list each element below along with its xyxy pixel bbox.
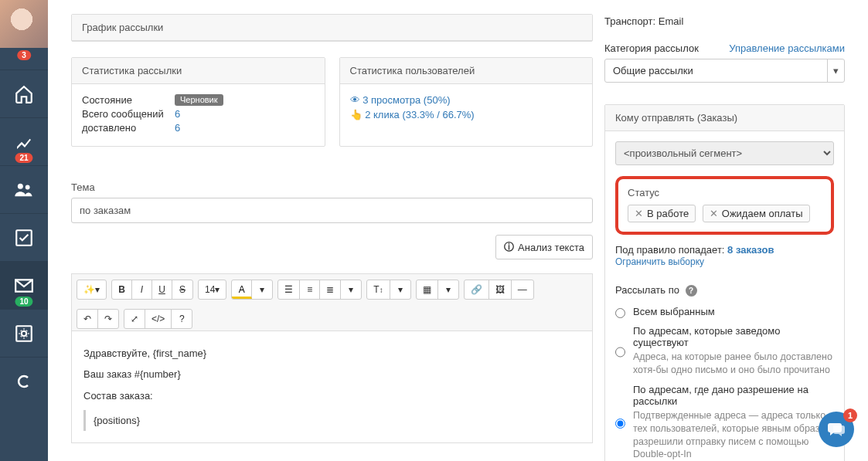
sidebar: 3 21 10 <box>0 0 48 461</box>
link-button[interactable]: 🔗 <box>465 280 489 299</box>
userstats-title: Статистика пользователей <box>340 58 593 84</box>
editor-order-line: Ваш заказ #{number} <box>83 364 580 385</box>
remove-tag-icon[interactable]: ✕ <box>710 208 718 219</box>
schedule-title: График рассылки <box>72 15 592 41</box>
svg-point-1 <box>26 185 30 189</box>
match-count-link[interactable]: 8 заказов <box>727 244 774 256</box>
radio-existing-desc: Адреса, на которые ранее было доставлено… <box>633 351 834 377</box>
sidebar-reports[interactable]: 21 <box>0 117 48 165</box>
table-more[interactable]: ▾ <box>438 280 458 299</box>
status-tag-1[interactable]: ✕В работе <box>628 205 696 222</box>
editor-greeting: Здравствуйте, {first_name} <box>83 343 580 364</box>
mail-badge: 10 <box>15 297 32 307</box>
fullscreen-button[interactable]: ⤢ <box>124 310 145 328</box>
delivered-value[interactable]: 6 <box>175 122 180 134</box>
help-button[interactable]: ? <box>172 310 192 328</box>
bold-button[interactable]: B <box>112 280 132 299</box>
sidebar-tasks[interactable] <box>0 213 48 261</box>
format-more[interactable]: ▾ <box>390 280 410 299</box>
mail-icon <box>14 276 34 296</box>
total-value[interactable]: 6 <box>175 108 180 120</box>
schedule-panel: График рассылки <box>71 14 593 42</box>
format-button[interactable]: T↕ <box>367 280 390 299</box>
ol-button[interactable]: ≡ <box>300 280 320 299</box>
subject-group: Тема <box>71 181 593 223</box>
radio-existing-input[interactable] <box>615 327 625 377</box>
gear-box-icon <box>14 324 34 344</box>
chat-icon <box>827 420 846 439</box>
userstats-panel: Статистика пользователей 👁 3 просмотра (… <box>339 57 594 147</box>
category-value: Общие рассылки <box>605 59 827 82</box>
ul-button[interactable]: ☰ <box>278 280 300 299</box>
undo-button[interactable]: ↶ <box>77 310 98 328</box>
editor-toolbar: ✨▾ BIUS 14▾ A▾ ☰≡≣▾ T↕▾ ▦▾ 🔗🖼— ↶↷ ⤢</>? <box>71 273 593 331</box>
underline-button[interactable]: U <box>152 280 172 299</box>
state-label: Состояние <box>82 94 175 106</box>
clicks-link[interactable]: 2 клика (33.3% / 66.7%) <box>365 109 475 120</box>
manage-categories-link[interactable]: Управление рассылками <box>729 42 845 54</box>
category-label: Категория рассылок <box>604 42 699 54</box>
limit-selection-link[interactable]: Ограничить выборку <box>615 256 704 267</box>
code-button[interactable]: </> <box>145 310 172 328</box>
radio-optin-desc: Подтвержденные адреса — адреса только те… <box>633 409 834 461</box>
hr-button[interactable]: — <box>512 280 533 299</box>
match-prefix: Под правило попадает: <box>615 244 724 256</box>
italic-button[interactable]: I <box>132 280 152 299</box>
chat-badge: 1 <box>843 408 857 422</box>
chart-icon <box>15 133 33 151</box>
align-more[interactable]: ▾ <box>341 280 361 299</box>
subject-label: Тема <box>71 181 593 193</box>
redo-button[interactable]: ↷ <box>98 310 118 328</box>
main-column: График рассылки Статистика рассылки Сост… <box>48 0 604 461</box>
category-select[interactable]: Общие рассылки ▾ <box>604 59 845 83</box>
editor-body[interactable]: Здравствуйте, {first_name} Ваш заказ #{n… <box>71 331 593 443</box>
sidebar-mail[interactable]: 10 <box>0 261 48 309</box>
info-icon: ⓘ <box>504 240 514 254</box>
recipients-panel: Кому отправлять (Заказы) <произвольный с… <box>604 104 845 461</box>
delivered-label: доставлено <box>82 122 175 134</box>
radio-optin[interactable]: По адресам, где дано разрешение на рассы… <box>615 384 834 461</box>
table-button[interactable]: ▦ <box>417 280 438 299</box>
help-icon[interactable]: ? <box>686 285 697 297</box>
editor-contents-label: Состав заказа: <box>83 385 580 406</box>
remove-tag-icon[interactable]: ✕ <box>635 208 643 219</box>
sidebar-users[interactable] <box>0 165 48 213</box>
sidebar-home[interactable] <box>0 69 48 117</box>
fontsize-button[interactable]: 14▾ <box>199 280 226 299</box>
chat-fab[interactable]: 1 <box>819 412 854 447</box>
svg-point-0 <box>18 183 23 188</box>
fontcolor-more[interactable]: ▾ <box>252 280 272 299</box>
subject-input[interactable] <box>71 198 593 223</box>
checkbox-icon <box>14 228 34 248</box>
svg-point-4 <box>22 330 27 336</box>
sidebar-notifications[interactable]: 3 <box>0 48 48 69</box>
reports-badge: 21 <box>15 153 32 163</box>
magic-button[interactable]: ✨▾ <box>77 280 106 299</box>
sidebar-settings[interactable] <box>0 309 48 357</box>
sidebar-help[interactable] <box>0 357 48 405</box>
users-icon <box>13 179 35 201</box>
radio-all-label: Всем выбранным <box>633 306 715 317</box>
total-label: Всего сообщений <box>82 108 175 120</box>
radio-existing[interactable]: По адресам, которые заведомо существуют … <box>615 325 834 377</box>
transport-value: Email <box>659 15 684 27</box>
status-tag-2[interactable]: ✕Ожидаем оплаты <box>703 205 810 222</box>
right-column: Транспорт: Email Категория рассылок Упра… <box>604 0 856 461</box>
image-button[interactable]: 🖼 <box>489 280 512 299</box>
status-filter-highlight: Статус ✕В работе ✕Ожидаем оплаты <box>615 176 834 235</box>
radio-optin-input[interactable] <box>615 386 625 461</box>
avatar[interactable] <box>0 0 48 48</box>
home-icon <box>14 84 34 104</box>
recipients-title: Кому отправлять (Заказы) <box>605 105 844 131</box>
segment-select[interactable]: <произвольный сегмент> <box>615 141 834 165</box>
strike-button[interactable]: S <box>172 280 192 299</box>
radio-all[interactable]: Всем выбранным <box>615 306 834 318</box>
align-button[interactable]: ≣ <box>320 280 341 299</box>
views-link[interactable]: 3 просмотра (50%) <box>363 94 450 106</box>
eye-icon: 👁 <box>350 94 360 106</box>
radio-all-input[interactable] <box>615 308 625 318</box>
analyze-text-button[interactable]: ⓘАнализ текста <box>495 235 593 259</box>
fontcolor-button[interactable]: A <box>232 280 252 299</box>
c-icon <box>15 372 33 391</box>
caret-down-icon: ▾ <box>827 59 844 82</box>
